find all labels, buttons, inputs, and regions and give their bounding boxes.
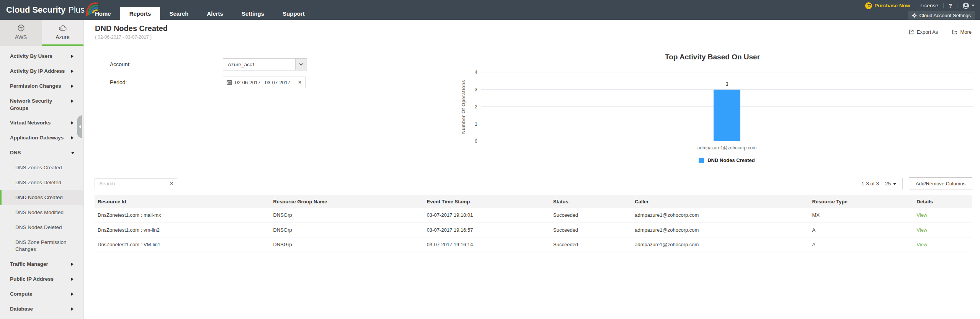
search-box: ✕	[95, 178, 177, 189]
column-header-resource-type[interactable]: Resource Type	[809, 195, 913, 208]
sidebar-item-dns-zone-permission-changes[interactable]: DNS Zone Permission Changes	[0, 235, 83, 257]
chevron-right-icon	[71, 263, 74, 266]
sidebar-item-dnd-nodes-created[interactable]: DND Nodes Created	[0, 190, 83, 205]
sidebar-item-traffic-manager[interactable]: Traffic Manager	[0, 257, 83, 272]
cloud-account-settings-label: Cloud Account Settings	[920, 13, 971, 18]
account-select[interactable]: Azure_acc1	[223, 58, 307, 70]
nav-tab-support[interactable]: Support	[273, 7, 314, 20]
column-header-event-time-stamp[interactable]: Event Time Stamp	[424, 195, 550, 208]
table-toolbar: ✕ 1-3 of 3 25 Add/Remove Columns	[95, 177, 972, 190]
period-datepicker[interactable]: 02-06-2017 - 03-07-2017 ✕	[223, 77, 305, 88]
column-header-resource-id[interactable]: Resource Id	[95, 195, 270, 208]
sidebar-item-public-ip-address[interactable]: Public IP Address	[0, 272, 83, 287]
divider	[943, 3, 944, 8]
more-icon	[952, 29, 957, 35]
chevron-right-icon	[71, 308, 74, 311]
sidebar-tab-aws[interactable]: AWS	[0, 20, 42, 46]
table-row: DnsZonetest1.com : vm-lin2 DNSGrp 03-07-…	[95, 222, 972, 237]
divider	[915, 3, 915, 8]
sidebar-item-compute[interactable]: Compute	[0, 287, 83, 302]
search-input[interactable]	[98, 180, 170, 187]
nav-tab-search[interactable]: Search	[160, 7, 198, 20]
chart-bar[interactable]: 3	[714, 90, 740, 141]
aws-cube-icon	[17, 24, 25, 32]
top-navbar: Cloud Security Plus Home Reports Search …	[0, 0, 980, 20]
purchase-now-label: Purchase Now	[874, 3, 910, 8]
nav-tab-reports[interactable]: Reports	[120, 7, 160, 20]
chevron-right-icon	[71, 85, 74, 88]
sidebar-item-dns-nodes-deleted[interactable]: DNS Nodes Deleted	[0, 220, 83, 235]
cell-resource-type: A	[809, 222, 913, 237]
sidebar-item-dns-nodes-modified[interactable]: DNS Nodes Modified	[0, 205, 83, 220]
cell-caller: admpazure1@zohocorp.com	[632, 208, 809, 222]
nav-tab-home[interactable]: Home	[86, 7, 120, 20]
sidebar-collapse-handle[interactable]	[77, 115, 82, 139]
caret-down-icon	[893, 183, 896, 185]
cell-status: Succeeded	[550, 222, 632, 237]
table-row: DnsZonetest1.com : mail-mx DNSGrp 03-07-…	[95, 208, 972, 222]
license-link[interactable]: License	[920, 3, 938, 8]
select-dropdown-button[interactable]	[295, 59, 307, 70]
chart-title: Top Activity Based On User	[452, 52, 973, 62]
view-details-link[interactable]: View	[916, 242, 927, 247]
column-header-details[interactable]: Details	[913, 195, 972, 208]
sidebar-item-network-security-groups[interactable]: Network Security Groups	[0, 94, 83, 116]
legend-label: DND Nodes Created	[707, 157, 755, 163]
cloud-account-settings-button[interactable]: Cloud Account Settings	[908, 11, 975, 20]
help-link[interactable]: ?	[949, 2, 952, 9]
chevron-down-icon	[299, 63, 303, 66]
cell-resource-type: MX	[809, 208, 913, 222]
page-size-select[interactable]: 25	[885, 181, 896, 186]
column-header-caller[interactable]: Caller	[632, 195, 809, 208]
sidebar-item-database[interactable]: Database	[0, 302, 83, 317]
brand-name: Cloud Security	[6, 5, 65, 15]
sidebar-item-application-gateways[interactable]: Application Gateways	[0, 131, 83, 146]
sidebar-item-permission-changes[interactable]: Permission Changes	[0, 79, 83, 94]
sidebar-item-dns-zones-deleted[interactable]: DNS Zones Deleted	[0, 175, 83, 190]
chevron-down-icon	[71, 152, 74, 154]
nav-tab-alerts[interactable]: Alerts	[198, 7, 232, 20]
filters-panel: Account: Azure_acc1 Period: 02-06	[110, 58, 340, 94]
add-remove-columns-button[interactable]: Add/Remove Columns	[909, 177, 972, 190]
legend-swatch	[699, 158, 704, 163]
chevron-right-icon	[71, 278, 74, 281]
view-details-link[interactable]: View	[916, 212, 927, 218]
cart-icon	[865, 2, 872, 9]
sidebar-item-activity-by-users[interactable]: Activity By Users	[0, 49, 83, 64]
column-header-status[interactable]: Status	[550, 195, 632, 208]
page-size-value: 25	[885, 181, 891, 186]
more-button[interactable]: More	[952, 29, 972, 35]
activity-chart: Top Activity Based On User Number Of Ope…	[452, 52, 973, 163]
sidebar-item-activity-by-ip-address[interactable]: Activity By IP Address	[0, 64, 83, 79]
chart-legend[interactable]: DND Nodes Created	[481, 157, 973, 163]
sidebar-item-dns[interactable]: DNS	[0, 146, 83, 160]
export-as-button[interactable]: Export As	[908, 29, 938, 35]
divider	[957, 3, 957, 8]
more-label: More	[960, 29, 972, 35]
cell-resource-type: A	[809, 237, 913, 252]
nav-tab-settings[interactable]: Settings	[232, 7, 273, 20]
table-header-row: Resource Id Resource Group Name Event Ti…	[95, 195, 972, 208]
chevron-right-icon	[71, 121, 74, 124]
user-icon	[962, 2, 969, 9]
clear-search-icon[interactable]: ✕	[170, 181, 173, 186]
sidebar-item-storage-accounts[interactable]: Storage Accounts	[0, 317, 83, 319]
cell-caller: admpazure1@zohocorp.com	[632, 222, 809, 237]
caret-down-icon	[972, 5, 975, 7]
chart-bar-value: 3	[725, 81, 728, 87]
chevron-right-icon	[71, 70, 74, 73]
sidebar-tab-azure[interactable]: Azure	[42, 20, 83, 46]
view-details-link[interactable]: View	[916, 227, 927, 233]
navbar-utilities: Purchase Now License ?	[865, 0, 975, 11]
column-header-resource-group-name[interactable]: Resource Group Name	[270, 195, 424, 208]
sidebar-item-virtual-networks[interactable]: Virtual Networks	[0, 116, 83, 131]
clear-period-icon[interactable]: ✕	[298, 80, 302, 85]
chevron-right-icon	[71, 136, 74, 139]
cell-event-time-stamp: 03-07-2017 19:16:57	[424, 222, 550, 237]
chart-y-tick: 2	[475, 104, 477, 110]
period-label: Period:	[110, 79, 223, 85]
purchase-now-link[interactable]: Purchase Now	[865, 2, 910, 9]
user-menu[interactable]	[962, 2, 975, 9]
report-content: Account: Azure_acc1 Period: 02-06	[84, 44, 980, 319]
sidebar-item-dns-zones-created[interactable]: DNS Zones Created	[0, 160, 83, 175]
